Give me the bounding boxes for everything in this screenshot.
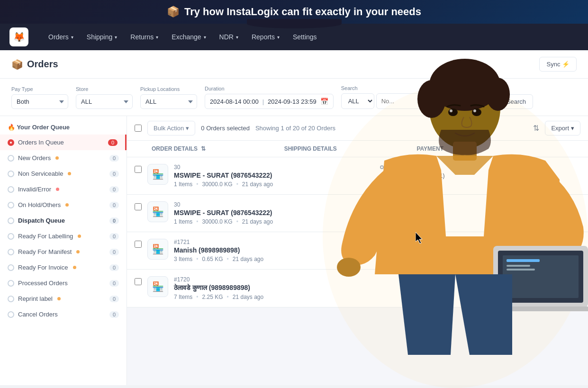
order-name-4: ठेलावडे कुणाल (9898989898): [174, 284, 374, 292]
nav-reports[interactable]: Reports ▾: [246, 29, 285, 45]
order-meta-3: 3 Items 0.65 KG 21 days ago: [174, 256, 374, 262]
sidebar-item-ready-manifest[interactable]: Ready For Manifest 0: [0, 244, 127, 260]
order-name-1: MSWIPE - SURAT (9876543222): [174, 171, 374, 179]
sidebar-item-ready-invoice[interactable]: Ready For Invoice 0: [0, 260, 127, 275]
order-icon-1: 🏪: [147, 164, 168, 185]
order-checkbox-1[interactable]: [135, 166, 142, 173]
sidebar-item-non-serviceable[interactable]: Non Serviceable 0: [0, 166, 127, 181]
chevron-down-icon: ▾: [156, 35, 158, 40]
radio-ready-invoice: [8, 264, 14, 271]
sidebar-item-processed-orders[interactable]: Processed Orders 0: [0, 275, 127, 291]
order-number-2: 30: [174, 201, 374, 208]
radio-non-serviceable: [8, 171, 14, 177]
search-type-select[interactable]: ALL: [341, 93, 374, 109]
orders-toolbar: Bulk Action ▾ 0 Orders selected Showing …: [127, 116, 588, 141]
chevron-down-icon: ▾: [571, 125, 574, 132]
badge-ready-invoice: 0: [109, 264, 119, 271]
radio-ready-manifest: [8, 249, 14, 255]
nav-ndr[interactable]: NDR ▾: [214, 29, 244, 45]
store-group: Store ALL: [76, 86, 133, 109]
sync-button[interactable]: Sync ⚡: [539, 57, 577, 72]
shipping-details-1: NA, MH (400013) Amreli, INDIA (394101): [380, 164, 580, 181]
table-row: 🏪 30 MSWIPE - SURAT (9876543222) 1 Items…: [127, 157, 588, 195]
export-button[interactable]: Export ▾: [545, 121, 580, 135]
duration-group: Duration 2024-08-14 00:00 | 2024-09-13 2…: [205, 86, 334, 109]
order-number-4: #1720: [174, 276, 374, 283]
order-number-3: #1721: [174, 239, 374, 245]
shipping-details-2: NA, MH (400013) Amreli, IN... (394101): [380, 201, 580, 218]
dot-ready-manifest: [76, 250, 80, 253]
store-select[interactable]: ALL: [76, 94, 133, 109]
date-from: 2024-08-14 00:00: [210, 98, 259, 105]
advance-search-button[interactable]: Advance Search: [474, 94, 533, 109]
date-range[interactable]: 2024-08-14 00:00 | 2024-09-13 23:59 📅: [205, 94, 334, 109]
pay-type-select[interactable]: Both COD Prepaid: [11, 94, 68, 109]
badge-new-orders: 0: [109, 155, 119, 162]
col-order-details: Order Details ⇅: [152, 145, 277, 152]
sidebar-item-new-orders[interactable]: New Orders 0: [0, 150, 127, 166]
search-input[interactable]: [376, 93, 466, 109]
shipping-details-3: Mumbai, MH (4212...): [380, 239, 580, 247]
dot-on-hold: [65, 203, 69, 207]
date-separator: |: [262, 98, 264, 105]
order-checkbox-2[interactable]: [135, 203, 142, 210]
logo[interactable]: 🦊: [9, 27, 28, 46]
sidebar-item-ready-labelling[interactable]: Ready For Labelling 0: [0, 228, 127, 244]
pickup-select[interactable]: ALL: [140, 94, 197, 109]
badge-ready-labelling: 0: [109, 233, 119, 240]
nav-shipping[interactable]: Shipping ▾: [81, 29, 123, 45]
origin-dot-1: [380, 165, 384, 169]
queue-header: 🔥 Your Order Queue: [0, 116, 127, 135]
order-checkbox-4[interactable]: [135, 278, 142, 285]
radio-ready-labelling: [8, 233, 14, 240]
filter-icon[interactable]: ⇅: [533, 124, 539, 133]
orders-header: 📦 Orders Sync ⚡: [0, 50, 588, 79]
badge-cancel-orders: 0: [109, 311, 119, 318]
dot-invalid-error: [56, 188, 59, 191]
dot-ready-labelling: [78, 235, 81, 238]
radio-on-hold: [8, 202, 14, 208]
order-meta-2: 1 Items 30000.0 KG 21 days ago: [174, 218, 374, 225]
radio-dispatch-queue: [8, 217, 14, 224]
order-meta-4: 7 Items 2.25 KG 21 days ago: [174, 294, 374, 300]
nav-settings[interactable]: Settings: [287, 29, 323, 45]
page-title: 📦 Orders: [11, 59, 58, 70]
nav-exchange[interactable]: Exchange ▾: [166, 29, 211, 45]
nav-orders[interactable]: Orders ▾: [43, 29, 79, 45]
sidebar-item-invalid-error[interactable]: Invalid/Error 0: [0, 181, 127, 197]
pay-type-label: Pay Type: [11, 86, 68, 92]
pickup-group: Pickup Locations ALL: [140, 86, 197, 109]
sidebar-item-reprint-label[interactable]: Reprint label 0: [0, 291, 127, 307]
order-name-2: MSWIPE - SURAT (9876543222): [174, 209, 374, 217]
search-group: Search ALL: [341, 85, 466, 109]
select-all-checkbox[interactable]: [135, 125, 142, 132]
order-details-3: #1721 Manish (9898989898) 3 Items 0.65 K…: [174, 239, 374, 262]
order-checkbox-3[interactable]: [135, 241, 142, 248]
radio-orders-in-queue: [8, 139, 14, 146]
origin-dot-2: [380, 203, 384, 207]
dot-new-orders: [55, 156, 59, 160]
sort-icon[interactable]: ⇅: [201, 145, 206, 152]
order-details-2: 30 MSWIPE - SURAT (9876543222) 1 Items 3…: [174, 201, 374, 225]
sidebar-item-cancel-orders[interactable]: Cancel Orders 0: [0, 307, 127, 322]
sidebar-item-dispatch-queue[interactable]: Dispatch Queue 0: [0, 213, 127, 228]
orders-list: Bulk Action ▾ 0 Orders selected Showing …: [127, 116, 588, 385]
dot-non-serviceable: [68, 172, 71, 175]
badge-non-serviceable: 0: [109, 171, 119, 177]
dot-ready-invoice: [73, 266, 76, 269]
order-icon-2: 🏪: [147, 201, 168, 222]
chevron-down-icon: ▾: [115, 35, 117, 40]
banner-icon: 📦: [167, 6, 180, 18]
date-to: 2024-09-13 23:59: [268, 98, 317, 105]
sidebar-item-orders-in-queue[interactable]: Orders In Queue 0: [0, 135, 127, 150]
col-payment: Payment: [416, 145, 510, 152]
nav-returns[interactable]: Returns ▾: [125, 29, 164, 45]
sidebar-item-on-hold[interactable]: On Hold/Others 0: [0, 197, 127, 213]
showing-text: Showing 1 of 20 of 20 Orders: [255, 125, 527, 132]
order-details-4: #1720 ठेलावडे कुणाल (9898989898) 7 Items…: [174, 276, 374, 300]
table-row: 🏪 #1720 ठेलावडे कुणाल (9898989898) 7 Ite…: [127, 270, 588, 307]
order-icon-4: 🏪: [147, 276, 168, 297]
pickup-label: Pickup Locations: [140, 86, 197, 92]
badge-ready-manifest: 0: [109, 249, 119, 255]
bulk-action-button[interactable]: Bulk Action ▾: [147, 121, 195, 135]
